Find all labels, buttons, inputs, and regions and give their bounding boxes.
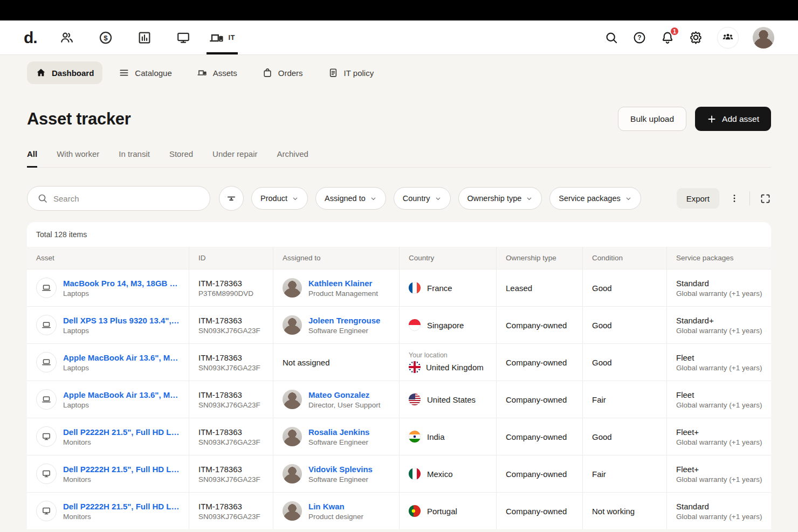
asset-id: ITM-178363 [198,390,260,399]
asset-serial: SN093KJ76GA23F [198,475,260,483]
search-icon[interactable] [604,31,618,45]
asset-name-link[interactable]: Apple MacBook Air 13.6", M2... [63,390,180,399]
filter-button[interactable] [219,186,244,211]
service-package: Fleet [676,390,762,399]
person-name-link[interactable]: Mateo Gonzalez [308,390,381,399]
monitor-icon [36,426,57,447]
deel-logo[interactable]: d. [24,29,44,47]
asset-name-link[interactable]: Dell P2222H 21.5", Full HD LE... [63,465,180,474]
search-box [27,186,210,211]
asset-serial: P3T6M8990DVD [198,289,253,298]
nav-equipment-icon[interactable] [168,20,199,54]
service-package-detail: Global warranty (+1 years) [676,401,762,409]
asset-name-link[interactable]: Dell XPS 13 Plus 9320 13.4", i... [63,316,180,325]
table-header-row: Asset ID Assigned to Country Ownership t… [27,247,771,269]
france-flag-icon [409,282,421,294]
service-packages-filter[interactable]: Service packages [549,187,641,210]
subnav-assets[interactable]: Assets [188,61,246,84]
product-filter[interactable]: Product [251,187,308,210]
column-header-condition[interactable]: Condition [582,247,666,269]
person-name-link[interactable]: Rosalia Jenkins [308,427,369,437]
person-name-link[interactable]: Lin Kwan [308,502,363,511]
tab-all[interactable]: All [27,149,37,168]
tab-with-worker[interactable]: With worker [57,149,99,168]
subnav-label: Assets [213,68,237,78]
laptop-icon [36,352,57,372]
system-top-bar [0,0,798,20]
table-row[interactable]: Dell P2222H 21.5", Full HD LE... Monitor… [27,492,771,529]
table-row[interactable]: MacBook Pro 14, M3, 18GB R... Laptops IT… [27,269,771,306]
settings-gear-icon[interactable] [689,30,703,45]
table-row[interactable]: Apple MacBook Air 13.6", M2... Laptops I… [27,343,771,381]
subnav-it-policy[interactable]: IT policy [319,61,383,84]
nav-finance-icon[interactable]: $ [90,20,121,54]
condition: Good [592,358,612,367]
nav-analytics-icon[interactable] [129,20,160,54]
person-avatar [283,501,302,521]
add-asset-button[interactable]: Add asset [695,107,771,131]
person-role: Software Engineer [308,438,369,446]
monitor-icon [176,30,191,45]
asset-name-link[interactable]: Apple MacBook Air 13.6", M2... [63,353,180,362]
chevron-down-icon [370,195,377,202]
divider [749,191,750,205]
nav-people-icon[interactable] [51,20,82,54]
more-options-icon[interactable] [729,193,740,204]
search-input[interactable] [53,194,200,203]
table-row[interactable]: Dell P2222H 21.5", Full HD LE... Monitor… [27,418,771,455]
export-button[interactable]: Export [677,188,719,209]
column-header-country[interactable]: Country [399,247,496,269]
assigned-to-filter[interactable]: Assigned to [315,187,386,210]
person-role: Director, User Support [308,401,381,409]
country-name: France [427,284,452,293]
person-role: Product Management [308,289,378,298]
united-kingdom-flag-icon [409,361,421,373]
person-name-link[interactable]: Kathleen Klainer [308,279,378,288]
service-package: Standard+ [676,316,762,325]
monitor-icon [36,501,57,521]
fullscreen-icon[interactable] [760,193,771,204]
table-row[interactable]: Dell P2222H 21.5", Full HD LE... Monitor… [27,455,771,492]
subnav-catalogue[interactable]: Catalogue [110,61,180,84]
asset-category: Laptops [63,401,180,409]
help-icon[interactable]: ? [632,31,646,45]
tab-stored[interactable]: Stored [169,149,193,168]
country-filter[interactable]: Country [394,187,451,210]
tab-under-repair[interactable]: Under repair [212,149,257,168]
asset-table: Total 128 items Asset ID Assigned to Cou… [27,222,771,529]
condition: Good [592,432,612,441]
nav-it-tab[interactable]: IT [207,20,238,54]
column-header-asset[interactable]: Asset [27,247,189,269]
team-icon[interactable] [717,27,739,49]
column-header-id[interactable]: ID [189,247,273,269]
service-package-detail: Global warranty (+1 years) [676,513,762,521]
column-header-service-packages[interactable]: Service packages [666,247,771,269]
bulk-upload-button[interactable]: Bulk upload [618,107,686,131]
person-name-link[interactable]: Joleen Trengrouse [308,316,380,325]
asset-name-link[interactable]: Dell P2222H 21.5", Full HD LE... [63,502,180,511]
column-header-ownership-type[interactable]: Ownership type [496,247,582,269]
notification-badge: 1 [670,26,679,36]
tab-archived[interactable]: Archived [277,149,308,168]
ownership-type: Company-owned [506,469,567,479]
tab-in-transit[interactable]: In transit [119,149,150,168]
service-package-detail: Global warranty (+1 years) [676,475,762,483]
service-package: Standard [676,279,762,288]
ownership-type-filter[interactable]: Ownership type [458,187,542,210]
country-name: Mexico [427,469,453,479]
user-avatar[interactable] [753,27,774,49]
subnav-orders[interactable]: Orders [253,61,312,84]
service-package-detail: Global warranty (+1 years) [676,289,762,298]
chevron-down-icon [435,195,442,202]
notifications-bell-icon[interactable]: 1 [661,31,675,45]
singapore-flag-icon [409,319,421,331]
table-row[interactable]: Dell XPS 13 Plus 9320 13.4", i... Laptop… [27,306,771,343]
asset-name-link[interactable]: MacBook Pro 14, M3, 18GB R... [63,279,180,288]
asset-name-link[interactable]: Dell P2222H 21.5", Full HD LE... [63,427,180,437]
condition: Fair [592,395,606,404]
table-row[interactable]: Apple MacBook Air 13.6", M2... Laptops I… [27,381,771,418]
person-name-link[interactable]: Vidovik Splevins [308,465,373,474]
column-header-assigned-to[interactable]: Assigned to [273,247,399,269]
subnav-dashboard[interactable]: Dashboard [27,61,102,84]
ownership-type: Company-owned [506,395,567,404]
